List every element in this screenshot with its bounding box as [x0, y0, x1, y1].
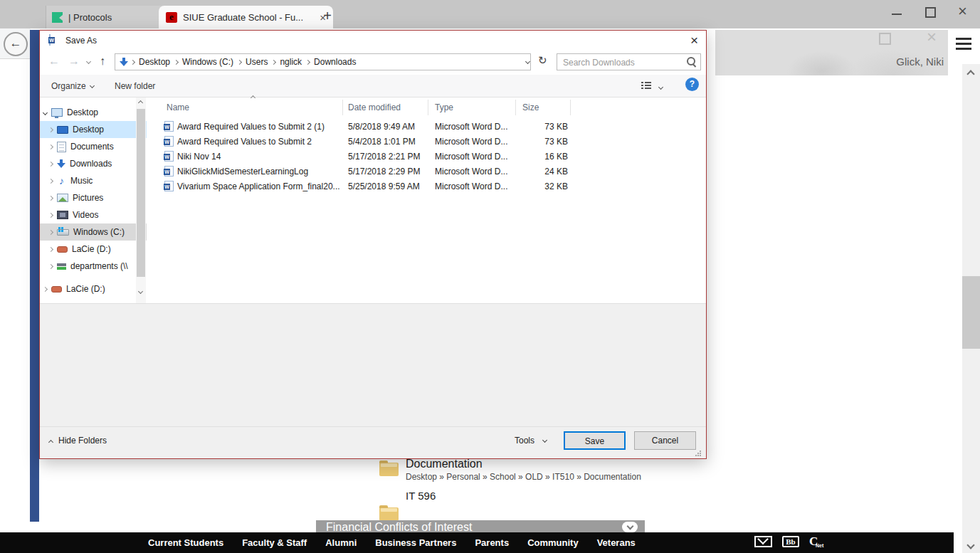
hide-folders-button[interactable]: Hide Folders: [49, 436, 107, 446]
scroll-up-icon[interactable]: [966, 70, 974, 78]
breadcrumb-item-downloads[interactable]: Downloads: [314, 57, 356, 67]
file-row-award-required-values-to-submit-2[interactable]: Award Required Values to Submit 25/4/201…: [150, 135, 606, 149]
expander-icon[interactable]: [48, 229, 53, 234]
column-divider[interactable]: [428, 100, 428, 115]
expander-icon[interactable]: [48, 161, 53, 166]
tree-item-documents[interactable]: Documents: [40, 138, 147, 155]
file-row-vivarium-space-application-form-final20[interactable]: Vivarium Space Application Form_final20.…: [150, 179, 606, 194]
tree-item-pictures[interactable]: Pictures: [40, 189, 147, 206]
footer-link-current-students[interactable]: Current Students: [148, 537, 223, 548]
breadcrumb-item-desktop[interactable]: Desktop: [139, 57, 170, 67]
column-divider[interactable]: [515, 100, 516, 115]
window-maximize-button[interactable]: [925, 7, 936, 18]
footer-link-veterans[interactable]: Veterans: [597, 537, 636, 548]
expander-icon[interactable]: [43, 110, 48, 115]
breadcrumb-item-windows-c[interactable]: Windows (C:): [182, 57, 233, 67]
browser-tab-bar: | Protocols × e SIUE Graduate School - F…: [0, 0, 980, 28]
tab-siue-graduate-school[interactable]: e SIUE Graduate School - Fu... ×: [159, 6, 333, 28]
tab-protocols[interactable]: | Protocols ×: [46, 6, 171, 28]
window-minimize-button[interactable]: [892, 7, 902, 17]
tools-button[interactable]: Tools: [515, 436, 547, 446]
view-dropdown-icon[interactable]: [658, 85, 663, 90]
resize-grip[interactable]: [695, 451, 701, 456]
file-size: 32 KB: [499, 181, 568, 191]
blackboard-icon[interactable]: Bb: [782, 536, 799, 547]
tree-item-lacie-d[interactable]: LaCie (D:): [40, 280, 147, 297]
breadcrumb[interactable]: DesktopWindows (C:)UsersnglickDownloads: [115, 53, 531, 70]
word-document-icon: [164, 151, 174, 162]
up-button[interactable]: ↑: [100, 55, 105, 68]
column-header-type[interactable]: Type: [435, 102, 453, 112]
tree-item-label: Desktop: [67, 107, 98, 117]
window-close-button[interactable]: ×: [958, 1, 967, 21]
file-row-award-required-values-to-submit-2-1[interactable]: Award Required Values to Submit 2 (1)5/8…: [150, 120, 606, 135]
breadcrumb-item-users[interactable]: Users: [246, 57, 268, 67]
tree-item-departments[interactable]: departments (\\: [40, 258, 147, 275]
page-folder-name[interactable]: Documentation: [406, 458, 483, 470]
expander-icon[interactable]: [48, 246, 53, 251]
cancel-button[interactable]: Cancel: [634, 431, 696, 450]
footer-link-alumni[interactable]: Alumni: [325, 537, 357, 548]
tree-item-music[interactable]: Music: [40, 172, 147, 189]
scroll-up-icon[interactable]: [138, 100, 143, 105]
dialog-close-button[interactable]: ×: [690, 33, 698, 48]
footer-link-parents[interactable]: Parents: [475, 537, 509, 548]
chevron-right-icon: [271, 59, 276, 64]
hamburger-menu-icon[interactable]: [956, 38, 971, 50]
mail-icon[interactable]: [754, 536, 772, 547]
column-header-size[interactable]: Size: [522, 102, 539, 112]
file-row-nikiglickmidsemesterlearninglog[interactable]: NikiGlickMidSemesterLearningLog5/17/2018…: [150, 164, 606, 179]
navigation-tree: DesktopDesktopDocumentsDownloadsMusicPic…: [40, 104, 147, 297]
footer-link-business-partners[interactable]: Business Partners: [375, 537, 456, 548]
file-row-niki-nov-14[interactable]: Niki Nov 145/17/2018 2:21 PMMicrosoft Wo…: [150, 149, 606, 164]
tree-item-desktop[interactable]: Desktop: [40, 104, 147, 121]
forward-button[interactable]: →: [68, 55, 80, 68]
expander-icon[interactable]: [48, 212, 53, 217]
column-header-date-modified[interactable]: Date modified: [348, 102, 401, 112]
scroll-down-icon[interactable]: [966, 541, 974, 549]
tree-item-downloads[interactable]: Downloads: [40, 155, 147, 172]
dialog-title: Save As: [65, 36, 97, 46]
refresh-icon[interactable]: ↻: [538, 54, 547, 67]
scroll-down-icon[interactable]: [138, 289, 143, 294]
scrollbar-thumb[interactable]: [137, 109, 145, 277]
footer-link-community[interactable]: Community: [527, 537, 579, 548]
column-header-name[interactable]: Name: [167, 102, 189, 112]
tab-title: | Protocols: [68, 12, 152, 23]
page-folder-name[interactable]: IT 596: [406, 490, 436, 502]
expander-icon[interactable]: [48, 263, 53, 268]
tree-item-lacie-d[interactable]: LaCie (D:): [40, 241, 147, 258]
search-input[interactable]: [562, 56, 682, 70]
help-button[interactable]: ?: [685, 78, 699, 91]
back-circle-button[interactable]: ←: [4, 32, 28, 56]
tree-item-desktop[interactable]: Desktop: [40, 121, 147, 138]
back-button[interactable]: ←: [48, 55, 60, 68]
column-divider[interactable]: [570, 100, 571, 115]
expander-icon[interactable]: [43, 286, 48, 291]
dimmed-page-panel: × Glick, Niki: [715, 30, 948, 75]
history-dropdown-icon[interactable]: [86, 59, 91, 64]
tree-scrollbar[interactable]: [136, 98, 146, 303]
tree-item-windows-c[interactable]: Windows (C:): [40, 223, 147, 241]
scrollbar-thumb[interactable]: [962, 276, 980, 349]
section-expand-pill[interactable]: [622, 522, 638, 532]
search-box[interactable]: [557, 53, 701, 70]
footer-link-faculty-staff[interactable]: Faculty & Staff: [242, 537, 307, 548]
new-tab-button[interactable]: +: [319, 7, 336, 24]
view-options-icon[interactable]: [641, 82, 651, 90]
save-button[interactable]: Save: [564, 431, 626, 450]
expander-icon[interactable]: [48, 178, 53, 183]
external-drive-icon: [51, 286, 62, 293]
expander-icon[interactable]: [48, 195, 53, 200]
breadcrumb-item-nglick[interactable]: nglick: [280, 57, 302, 67]
page-scrollbar[interactable]: [962, 64, 980, 553]
organize-button[interactable]: Organize: [51, 81, 94, 91]
file-date-modified: 5/17/2018 2:21 PM: [348, 152, 420, 162]
chevron-down-icon: [626, 523, 633, 530]
tree-item-videos[interactable]: Videos: [40, 206, 147, 223]
cougarnet-icon[interactable]: CNet: [809, 535, 818, 548]
column-divider[interactable]: [342, 100, 343, 115]
expander-icon[interactable]: [48, 127, 53, 132]
expander-icon[interactable]: [48, 144, 53, 149]
new-folder-button[interactable]: New folder: [115, 81, 155, 91]
